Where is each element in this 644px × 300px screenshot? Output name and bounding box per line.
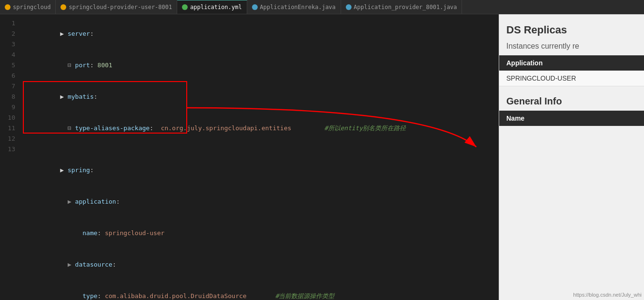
tab-springcloud-provider[interactable]: springcloud-provider-user-8001 [56,0,177,14]
springcloud-user-row[interactable]: SPRINGCLOUD-USER [499,71,644,86]
code-line-1: ▶ server: [23,18,499,50]
tab-application-yml[interactable]: application.yml [177,0,247,14]
code-line-10: type: com.alibaba.druid.pool.DruidDataSo… [23,280,499,300]
line-num-13: 13 [0,144,19,155]
instances-subtitle: Instances currently re [499,40,644,55]
tab-icon-yml [182,4,188,10]
line-num-1: 1 [0,18,19,29]
line-num-6: 6 [0,71,19,81]
watermark: https://blog.csdn.net/July_whi [573,292,642,298]
line-numbers: 1 2 3 4 5 6 7 8 9 10 11 12 13 [0,14,19,300]
name-header: Name [499,111,644,126]
code-line-3: ▶ mybatis: [23,81,499,113]
main-content: 1 2 3 4 5 6 7 8 9 10 11 12 13 ▶ server: [0,14,644,300]
line-num-12: 12 [0,134,19,144]
tab-application-provider[interactable]: Application_provider_8001.java [341,0,463,14]
code-line-9: ▶ datasource: [23,249,499,280]
general-info-title: General Info [499,86,644,111]
application-header: Application [499,55,644,71]
tab-label-app-provider: Application_provider_8001.java [354,4,457,10]
tab-icon-enreka [252,4,258,10]
tab-icon-springcloud [5,4,10,10]
line-num-2: 2 [0,29,19,39]
tab-icon-provider [60,4,66,10]
ds-replicas-title: DS Replicas [499,14,644,40]
tab-label-enreka: ApplicationEnreka.java [260,4,336,10]
line-num-3: 3 [0,39,19,50]
tab-applicationenreka[interactable]: ApplicationEnreka.java [247,0,341,14]
code-line-4: ⊟ type-aliases-package: cn.org.july.spri… [23,113,499,144]
line-num-4: 4 [0,50,19,60]
tab-bar: springcloud springcloud-provider-user-80… [0,0,644,14]
tab-label-springcloud: springcloud [13,4,50,10]
tab-label-yml: application.yml [190,4,242,10]
code-line-2: ⊟ port: 8001 [23,50,499,81]
line-num-8: 8 [0,92,19,102]
line-num-9: 9 [0,102,19,113]
tab-springcloud[interactable]: springcloud [0,0,56,14]
line-num-10: 10 [0,113,19,123]
line-num-11: 11 [0,123,19,134]
tab-label-provider: springcloud-provider-user-8001 [69,4,172,10]
code-text-area[interactable]: ▶ server: ⊟ port: 8001 ▶ mybatis: ⊟ type… [19,14,499,300]
tab-icon-app-provider [346,4,352,10]
code-lines-container: 1 2 3 4 5 6 7 8 9 10 11 12 13 ▶ server: [0,14,499,300]
code-line-7: ▶ application: [23,186,499,217]
code-line-5 [23,144,499,155]
code-editor[interactable]: 1 2 3 4 5 6 7 8 9 10 11 12 13 ▶ server: [0,14,499,300]
right-panel: DS Replicas Instances currently re Appli… [499,14,644,300]
line-num-5: 5 [0,60,19,71]
code-line-8: name: springcloud-user [23,217,499,249]
code-line-6: ▶ spring: [23,155,499,186]
line-num-7: 7 [0,81,19,92]
